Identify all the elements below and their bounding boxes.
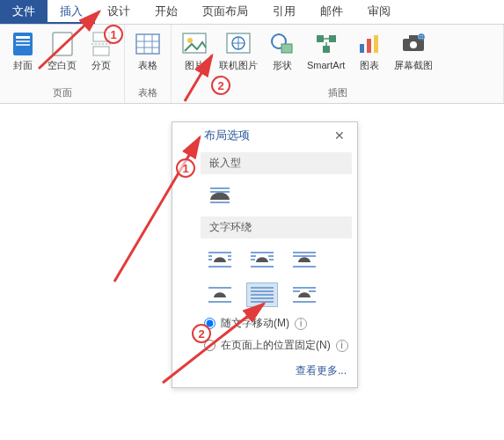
table-icon	[134, 30, 162, 58]
svg-rect-21	[323, 46, 330, 53]
svg-rect-33	[210, 202, 230, 203]
group-tables: 表格 表格	[125, 25, 172, 103]
svg-rect-50	[208, 301, 231, 303]
svg-rect-40	[251, 252, 274, 253]
btn-picture[interactable]: 图片	[175, 26, 214, 71]
svg-rect-57	[293, 290, 300, 292]
radio-fix-position[interactable]: 在页面上的位置固定(N) i	[195, 334, 357, 356]
layout-opt-inline[interactable]	[204, 183, 236, 208]
svg-rect-42	[268, 255, 274, 257]
layout-opt-behind[interactable]	[246, 282, 278, 307]
svg-rect-1	[16, 36, 30, 39]
svg-rect-48	[293, 266, 316, 268]
section-wrap: 文字环绕	[201, 216, 352, 238]
tab-design[interactable]: 设计	[95, 0, 142, 24]
svg-rect-18	[281, 44, 292, 53]
btn-cover-page[interactable]: 封面	[4, 26, 42, 71]
shapes-icon	[268, 30, 296, 58]
btn-online-picture[interactable]: 联机图片	[214, 26, 263, 71]
tab-mail[interactable]: 邮件	[308, 0, 355, 24]
ribbon-body: 封面 空白页 分页 页面 表格	[0, 25, 504, 104]
btn-label: 图表	[360, 60, 379, 71]
svg-rect-2	[16, 40, 30, 42]
svg-rect-23	[367, 39, 371, 53]
group-label: 页面	[4, 84, 121, 103]
tab-home[interactable]: 开始	[142, 0, 190, 24]
svg-rect-37	[208, 259, 212, 260]
btn-table[interactable]: 表格	[128, 26, 167, 71]
layout-opt-tight[interactable]	[246, 247, 278, 272]
svg-rect-41	[251, 255, 256, 257]
callout-2-option: 2	[192, 324, 211, 343]
btn-label: 屏幕截图	[394, 60, 433, 71]
online-picture-icon	[224, 30, 252, 58]
callout-1-tab: 1	[104, 25, 123, 44]
svg-rect-6	[93, 47, 109, 55]
popout-close-button[interactable]: ✕	[331, 128, 348, 143]
tab-references[interactable]: 引用	[260, 0, 308, 24]
btn-screenshot[interactable]: 屏幕截图	[389, 26, 438, 71]
svg-rect-45	[251, 266, 274, 268]
svg-point-14	[187, 38, 193, 43]
svg-rect-24	[374, 35, 378, 53]
svg-rect-4	[53, 33, 72, 55]
svg-rect-53	[251, 294, 274, 296]
tab-insert[interactable]: 插入	[47, 0, 95, 24]
radio-label: 在页面上的位置固定(N)	[221, 338, 331, 353]
btn-label: 联机图片	[219, 60, 258, 71]
svg-rect-55	[251, 301, 274, 303]
info-icon[interactable]: i	[336, 340, 348, 352]
radio-label: 随文字移动(M)	[221, 316, 289, 331]
smartart-icon	[312, 30, 340, 58]
layout-opt-front[interactable]	[289, 282, 320, 307]
cover-page-icon	[9, 30, 37, 58]
picture-icon	[180, 30, 208, 58]
svg-rect-52	[251, 290, 274, 292]
section-inline: 嵌入型	[201, 152, 352, 174]
tab-pagelayout[interactable]: 页面布局	[190, 0, 260, 24]
btn-smartart[interactable]: SmartArt	[302, 26, 350, 71]
svg-rect-56	[293, 287, 316, 289]
svg-rect-54	[251, 297, 274, 299]
btn-blank-page[interactable]: 空白页	[42, 26, 82, 71]
svg-rect-46	[293, 252, 316, 253]
svg-rect-20	[329, 35, 336, 42]
svg-rect-36	[228, 255, 231, 257]
layout-opt-through[interactable]	[289, 247, 320, 272]
svg-rect-31	[210, 187, 230, 189]
chart-icon	[355, 30, 383, 58]
btn-label: 空白页	[47, 60, 77, 71]
blank-page-icon	[48, 30, 77, 58]
svg-rect-32	[210, 191, 230, 193]
svg-point-26	[410, 41, 417, 48]
svg-rect-34	[208, 252, 231, 253]
layout-opt-topbottom[interactable]	[204, 282, 236, 307]
svg-rect-47	[293, 255, 316, 257]
btn-chart[interactable]: 图表	[350, 26, 389, 71]
svg-rect-8	[136, 34, 159, 54]
svg-rect-19	[317, 35, 324, 42]
svg-rect-22	[360, 44, 364, 53]
svg-rect-43	[251, 259, 255, 260]
ribbon-tabs: 文件 插入 设计 开始 页面布局 引用 邮件 审阅	[0, 0, 504, 25]
svg-rect-3	[16, 44, 30, 46]
btn-label: 图片	[185, 60, 204, 71]
btn-label: SmartArt	[307, 60, 345, 71]
tab-file[interactable]: 文件	[0, 0, 47, 24]
svg-rect-49	[208, 287, 231, 289]
svg-rect-38	[228, 259, 231, 260]
info-icon[interactable]: i	[295, 318, 307, 330]
see-more-link[interactable]: 查看更多...	[195, 356, 357, 387]
btn-shapes[interactable]: 形状	[263, 26, 302, 71]
svg-rect-51	[251, 287, 274, 289]
radio-move-with-text[interactable]: 随文字移动(M) i	[195, 312, 357, 334]
svg-rect-27	[409, 35, 418, 40]
popout-title: 布局选项	[204, 128, 250, 143]
layout-opt-square[interactable]	[204, 247, 236, 272]
svg-rect-39	[208, 266, 231, 268]
layout-options-popout: 布局选项 ✕ 嵌入型 文字环绕 随文字移动(M) i 在页面上的位置固定	[172, 121, 358, 388]
callout-1-anchor: 1	[176, 158, 195, 178]
tab-review[interactable]: 审阅	[355, 0, 403, 24]
svg-rect-58	[309, 290, 316, 292]
svg-rect-35	[208, 255, 212, 257]
